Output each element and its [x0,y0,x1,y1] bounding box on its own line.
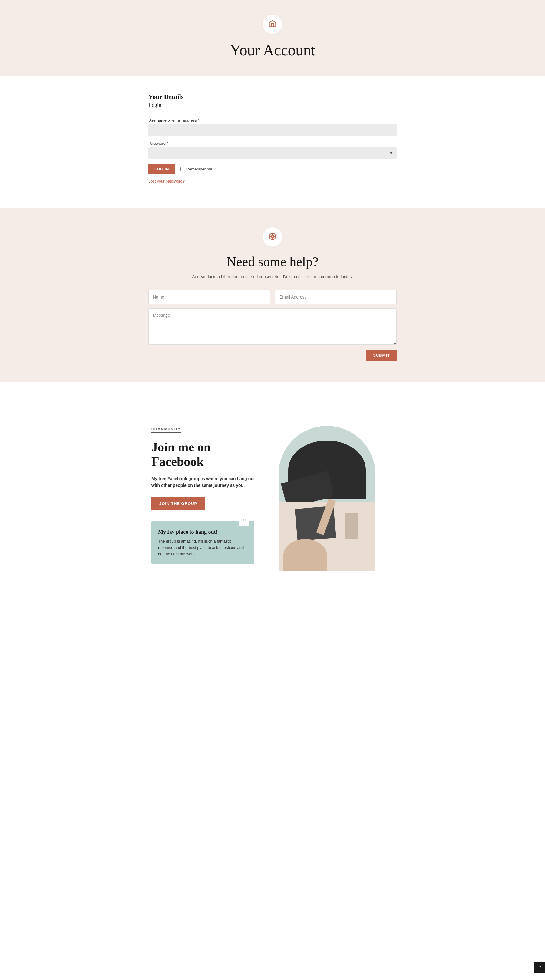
community-section: COMMMUNITY Join me on Facebook My free F… [0,382,545,617]
testimonial-text: The group is amazing. It’s such a fantas… [158,538,248,557]
username-label: Username or email address * [148,118,397,123]
community-description: My free Facebook group is where you can … [151,475,260,489]
community-image-bg [279,426,375,571]
join-group-button[interactable]: JOIN THE GROUP [151,497,205,510]
help-title: Need some help? [6,254,539,269]
page-title: Your Account [6,41,539,59]
testimonial-title: My fav place to hang out! [158,529,248,535]
help-subtitle: Aenean lacinia bibendum nulla sed consec… [6,274,539,279]
login-button[interactable]: LOG IN [148,164,175,174]
remember-me-checkbox[interactable] [180,167,184,171]
help-name-email-row [148,290,397,304]
help-section: Need some help? Aenean lacinia bibendum … [0,208,545,382]
testimonial-card: ” My fav place to hang out! The group is… [151,521,254,564]
password-input[interactable] [148,148,397,159]
login-actions: LOG IN Remember me [148,164,397,174]
password-group: Password * ▼ [148,141,397,159]
lifesaver-icon [268,232,277,242]
remember-me-label[interactable]: Remember me [180,167,212,171]
help-message-input[interactable] [148,308,397,345]
help-form: SUBMIT [148,290,397,361]
svg-point-1 [271,235,274,238]
community-inner: COMMMUNITY Join me on Facebook My free F… [127,404,418,595]
login-section-wrapper: Your Details Login Username or email add… [0,76,545,208]
login-section: Your Details Login Username or email add… [148,76,397,208]
submit-button[interactable]: SUBMIT [367,350,397,361]
quote-mark: ” [239,516,250,527]
lost-password-link[interactable]: Lost your password? [148,179,185,183]
community-image [279,426,375,571]
community-left-panel: COMMMUNITY Join me on Facebook My free F… [151,426,260,564]
community-right-panel [279,426,394,571]
toggle-password-icon[interactable]: ▼ [389,151,394,156]
login-sublabel: Login [148,102,397,108]
community-tag: COMMMUNITY [151,427,181,433]
hero-section: Your Account [0,0,545,76]
username-group: Username or email address * [148,118,397,136]
help-email-input[interactable] [275,290,397,304]
community-heading: Join me on Facebook [151,440,260,469]
hero-icon-container [263,14,282,34]
help-icon-container [263,228,282,247]
username-input[interactable] [148,124,397,136]
help-name-input[interactable] [148,290,270,304]
password-wrapper: ▼ [148,148,397,159]
home-icon [268,19,277,29]
your-details-label: Your Details [148,93,397,101]
password-label: Password * [148,141,397,146]
